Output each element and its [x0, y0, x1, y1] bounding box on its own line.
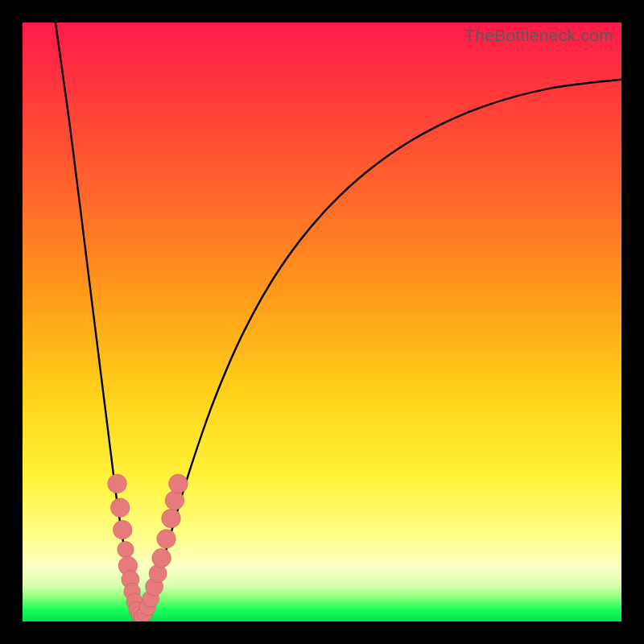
bead-marker: [108, 474, 127, 493]
bead-marker: [110, 498, 130, 518]
bead-marker: [118, 541, 134, 558]
chart-frame: TheBottleneck.com: [0, 0, 644, 644]
bead-marker: [165, 491, 184, 510]
bead-marker: [169, 474, 188, 493]
bead-marker: [113, 520, 132, 539]
bead-marker: [157, 529, 176, 548]
bead-cluster: [108, 474, 188, 621]
chart-overlay: [23, 23, 621, 621]
bottleneck-curve: [56, 23, 621, 621]
bead-marker: [152, 548, 171, 568]
bead-marker: [162, 509, 181, 528]
watermark-text: TheBottleneck.com: [464, 26, 613, 45]
plot-area: TheBottleneck.com: [23, 23, 621, 621]
